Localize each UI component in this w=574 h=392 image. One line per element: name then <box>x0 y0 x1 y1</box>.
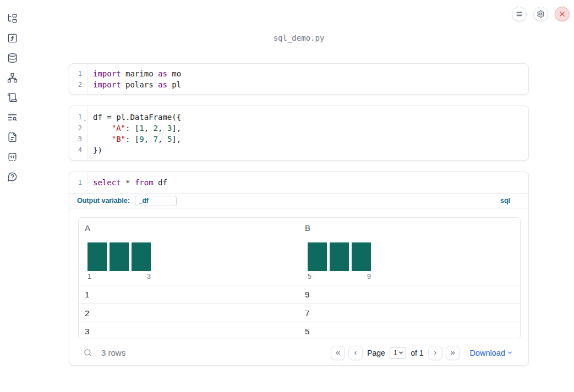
panel-outline-button[interactable] <box>4 109 20 125</box>
sql-cell: 1 select * from df Output variable: sql … <box>69 172 529 366</box>
list-search-icon <box>7 112 18 123</box>
code-editor[interactable]: import marimo as mo import polars as pl <box>88 64 528 94</box>
row-count: 3 rows <box>101 348 125 357</box>
help-bubble-icon <box>7 172 18 182</box>
code-token: , <box>158 124 167 132</box>
line-number-gutter: 1 2 3 4 <box>69 106 88 160</box>
table-cell: 9 <box>299 290 520 299</box>
code-token: select <box>93 178 121 187</box>
histogram-column-b[interactable] <box>308 242 371 271</box>
chevrons-left-icon <box>335 350 341 356</box>
download-button[interactable]: Download <box>470 349 513 357</box>
function-square-icon <box>7 33 18 43</box>
panel-dependencies-button[interactable] <box>4 70 20 85</box>
gear-icon <box>537 10 545 18</box>
shutdown-button[interactable] <box>555 7 570 21</box>
panel-snippets-button[interactable] <box>4 149 20 164</box>
chevron-right-icon <box>432 350 439 356</box>
menu-button[interactable] <box>512 7 527 21</box>
histogram-column-a[interactable] <box>88 242 151 271</box>
output-variable-row: Output variable: sql <box>69 193 528 208</box>
code-token: df = pl.DataFrame({ <box>93 113 181 122</box>
histogram-bar <box>88 242 107 271</box>
code-token: marimo <box>121 69 158 78</box>
code-token: as <box>158 80 167 89</box>
line-number-gutter: 1 2 <box>69 64 88 94</box>
pagination: Page 1 of 1 Download <box>331 346 513 360</box>
column-header-a[interactable]: A 1 3 <box>79 218 299 285</box>
first-page-button[interactable] <box>331 346 345 360</box>
marimo-app: sql_demo.py 1 2 import marimo as mo impo… <box>0 0 574 392</box>
line-number-gutter: 1 <box>69 172 88 193</box>
code-token: : [ <box>125 135 139 143</box>
database-icon <box>7 53 18 63</box>
code-line: import polars as pl <box>88 79 528 90</box>
line-number: 3 <box>69 134 87 145</box>
panel-documentation-button[interactable] <box>4 129 20 145</box>
download-label: Download <box>470 349 506 357</box>
last-page-button[interactable] <box>446 346 460 360</box>
histogram-bar <box>110 242 129 271</box>
sql-editor-row: 1 select * from df <box>69 172 528 193</box>
page-select[interactable]: 1 <box>390 347 406 359</box>
code-token: }) <box>93 146 102 154</box>
code-line: df = pl.DataFrame({ <box>88 112 528 123</box>
panel-file-explorer-button[interactable] <box>4 10 20 26</box>
language-badge: sql <box>500 197 510 205</box>
code-line: select * from df <box>88 177 528 188</box>
code-token: "A" <box>112 124 125 132</box>
chevron-down-icon <box>83 118 87 123</box>
output-variable-input[interactable] <box>135 196 177 206</box>
output-variable-label: Output variable: <box>77 197 130 205</box>
table-cell: 2 <box>79 308 299 318</box>
code-line: }) <box>88 145 528 156</box>
search-icon <box>83 348 92 357</box>
code-cell-imports[interactable]: 1 2 import marimo as mo import polars as… <box>69 63 529 95</box>
column-header-b[interactable]: B 5 9 <box>299 218 520 285</box>
page-label: Page <box>367 349 385 357</box>
code-cell-dataframe[interactable]: 1 2 3 4 df = pl.DataFrame({ "A": [1, 2, … <box>69 106 529 161</box>
panel-datasources-button[interactable] <box>4 50 20 65</box>
code-token: import <box>93 69 121 78</box>
column-label: A <box>85 223 293 233</box>
search-button[interactable] <box>83 348 92 357</box>
table-cell: 5 <box>299 327 520 336</box>
line-number: 4 <box>69 145 87 156</box>
table-header: A 1 3 B <box>79 218 520 285</box>
table-cell: 7 <box>299 308 520 318</box>
code-token: 9 <box>139 135 144 143</box>
page-total-label: of 1 <box>411 349 423 357</box>
code-editor[interactable]: df = pl.DataFrame({ "A": [1, 2, 3], "B":… <box>88 106 528 160</box>
next-page-button[interactable] <box>428 346 442 360</box>
histogram-bar <box>352 242 371 271</box>
line-number: 1 <box>69 112 87 123</box>
table-cell: 1 <box>79 290 299 299</box>
scroll-icon <box>7 92 18 103</box>
code-token: pl <box>167 80 181 89</box>
panel-variables-button[interactable] <box>4 30 20 46</box>
chevron-left-icon <box>352 350 359 356</box>
line-number: 2 <box>69 123 87 134</box>
code-token: : [ <box>125 124 139 132</box>
code-line: import marimo as mo <box>88 68 528 79</box>
chevrons-right-icon <box>450 350 456 356</box>
previous-page-button[interactable] <box>348 346 363 360</box>
notebook-filename: sql_demo.py <box>69 34 529 42</box>
code-token: mo <box>167 69 181 78</box>
histogram-bar <box>330 242 349 271</box>
panel-scratchpad-button[interactable] <box>4 90 20 105</box>
dependency-graph-icon <box>7 73 18 83</box>
line-number: 2 <box>69 79 87 90</box>
settings-button[interactable] <box>533 7 548 21</box>
document-icon <box>7 132 18 142</box>
chevron-down-icon <box>398 350 404 356</box>
sql-code-editor[interactable]: select * from df <box>88 172 528 193</box>
axis-max-label: 9 <box>367 273 371 280</box>
code-token: as <box>158 69 167 78</box>
notebook-actions-toolbar <box>512 7 570 21</box>
panel-help-button[interactable] <box>4 169 20 184</box>
code-token: df <box>154 178 167 187</box>
code-token: * <box>121 178 135 187</box>
close-x-icon <box>558 10 566 18</box>
code-token: , <box>158 135 167 143</box>
